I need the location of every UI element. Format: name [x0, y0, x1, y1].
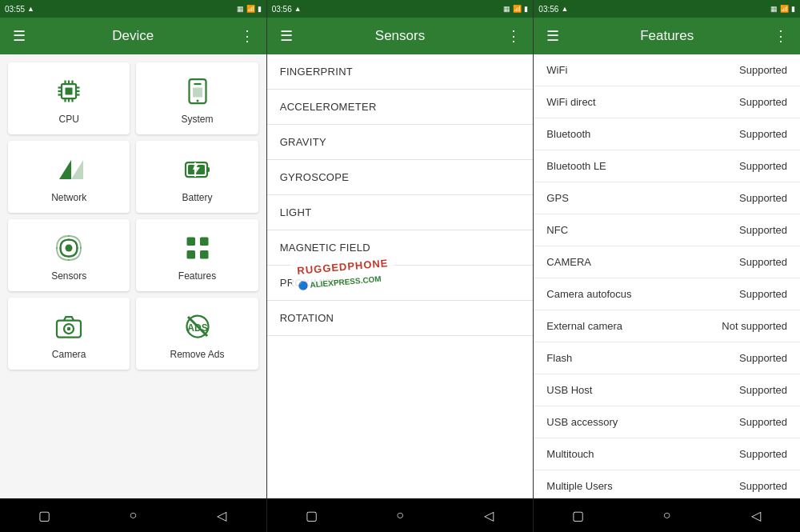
feature-name-bluetooth: Bluetooth	[546, 128, 590, 140]
nav-triangle-1[interactable]: ◁	[210, 508, 234, 523]
svg-marker-19	[71, 160, 83, 179]
feature-value-flash: Supported	[739, 352, 787, 364]
feature-bluetooth[interactable]: Bluetooth Supported	[534, 118, 800, 150]
sensor-accelerometer[interactable]: ACCELEROMETER	[267, 90, 534, 125]
battery-label: Battery	[182, 192, 213, 203]
cpu-item[interactable]: CPU	[8, 62, 130, 134]
app-bar-2: ☰ Sensors ⋮	[267, 18, 534, 54]
sensors-icon	[53, 232, 85, 264]
svg-rect-26	[186, 238, 195, 246]
feature-wifi-direct[interactable]: WiFi direct Supported	[534, 86, 800, 118]
feature-value-usb-host: Supported	[739, 384, 787, 396]
menu-icon-2[interactable]: ☰	[277, 27, 296, 45]
battery-item[interactable]: Battery	[136, 141, 258, 213]
feature-gps[interactable]: GPS Supported	[534, 182, 800, 214]
svg-point-17	[196, 100, 198, 102]
sensors-item[interactable]: Sensors	[8, 219, 130, 291]
features-label: Features	[178, 270, 216, 282]
feature-value-gps: Supported	[739, 192, 787, 204]
sensor-proximity[interactable]: PROXIMITY	[267, 266, 534, 301]
nav-circle-1[interactable]: ○	[121, 508, 145, 522]
status-left-2: 03:56 ▲	[272, 5, 302, 14]
nav-square-3[interactable]: ▢	[566, 508, 590, 523]
svg-rect-29	[200, 250, 209, 259]
feature-name-external-camera: External camera	[546, 320, 622, 332]
camera-item[interactable]: Camera	[8, 298, 130, 370]
menu-icon-3[interactable]: ☰	[543, 27, 562, 45]
notif-icon-3: ▦	[770, 5, 778, 13]
sensor-magnetic-field[interactable]: MAGNETIC FIELD	[267, 230, 534, 266]
status-left-1: 03:55 ▲	[5, 5, 34, 14]
system-label: System	[182, 114, 214, 125]
status-right-3: ▦ 📶 ▮	[770, 5, 795, 13]
device-screen: 03:55 ▲ ▦ 📶 ▮ ☰ Device ⋮	[0, 0, 267, 498]
sensor-fingerprint[interactable]: FINGERPRINT	[267, 54, 534, 90]
sensor-rotation[interactable]: ROTATION	[267, 301, 534, 336]
removeads-icon: ADS	[182, 310, 214, 342]
grid-row-1: CPU System	[8, 62, 258, 134]
more-icon-1[interactable]: ⋮	[238, 27, 257, 45]
feature-value-multiple-users: Supported	[739, 480, 787, 492]
feature-camera-autofocus[interactable]: Camera autofocus Supported	[534, 278, 800, 310]
sensor-gravity[interactable]: GRAVITY	[267, 125, 534, 160]
sensor-light[interactable]: LIGHT	[267, 195, 534, 230]
feature-name-camera-autofocus: Camera autofocus	[546, 288, 631, 300]
feature-name-gps: GPS	[546, 192, 568, 204]
camera-icon	[53, 310, 85, 342]
menu-icon-1[interactable]: ☰	[10, 27, 29, 45]
feature-nfc[interactable]: NFC Supported	[534, 214, 800, 246]
feature-multitouch[interactable]: Multitouch Supported	[534, 438, 800, 470]
removeads-item[interactable]: ADS Remove Ads	[136, 298, 258, 370]
feature-name-bluetooth-le: Bluetooth LE	[546, 160, 606, 172]
status-bar-1: 03:55 ▲ ▦ 📶 ▮	[0, 0, 266, 18]
system-item[interactable]: System	[136, 62, 258, 134]
feature-bluetooth-le[interactable]: Bluetooth LE Supported	[534, 150, 800, 182]
feature-value-camera: Supported	[739, 256, 787, 268]
nav-triangle-3[interactable]: ◁	[744, 508, 768, 523]
feature-usb-host[interactable]: USB Host Supported	[534, 374, 800, 406]
feature-wifi[interactable]: WiFi Supported	[534, 54, 800, 86]
network-label: Network	[51, 192, 86, 203]
device-grid: CPU System	[0, 54, 266, 498]
nav-bar-3: ▢ ○ ◁	[534, 498, 800, 532]
feature-usb-accessory[interactable]: USB accessory Supported	[534, 406, 800, 438]
feature-flash[interactable]: Flash Supported	[534, 342, 800, 374]
grid-row-4: Camera ADS Remove Ads	[8, 298, 258, 370]
feature-name-wifi: WiFi	[546, 64, 567, 76]
feature-multiple-users[interactable]: Multiple Users Supported	[534, 470, 800, 498]
feature-value-camera-autofocus: Supported	[739, 288, 787, 300]
svg-point-25	[66, 245, 73, 252]
more-icon-2[interactable]: ⋮	[504, 27, 523, 45]
feature-name-usb-host: USB Host	[546, 384, 592, 396]
nav-square-2[interactable]: ▢	[299, 508, 323, 523]
system-icon	[182, 75, 214, 107]
network-item[interactable]: Network	[8, 141, 130, 213]
notification-icon-1: ▦	[237, 5, 244, 13]
nav-circle-3[interactable]: ○	[655, 508, 679, 522]
app-title-2: Sensors	[304, 28, 497, 44]
nav-circle-2[interactable]: ○	[388, 508, 412, 522]
feature-camera[interactable]: CAMERA Supported	[534, 246, 800, 278]
feature-value-bluetooth: Supported	[739, 128, 787, 140]
feature-name-multiple-users: Multiple Users	[546, 480, 612, 492]
sensor-gyroscope[interactable]: GYROSCOPE	[267, 160, 534, 195]
features-item[interactable]: Features	[136, 219, 258, 291]
more-icon-3[interactable]: ⋮	[771, 27, 790, 45]
grid-row-2: Network Battery	[8, 141, 258, 213]
network-icon	[53, 154, 85, 186]
svg-rect-16	[193, 88, 202, 98]
removeads-label: Remove Ads	[170, 349, 224, 360]
svg-rect-28	[186, 250, 195, 259]
cpu-label: CPU	[59, 114, 79, 125]
time-1: 03:55	[5, 5, 25, 14]
feature-value-wifi-direct: Supported	[739, 96, 787, 108]
nav-triangle-2[interactable]: ◁	[477, 508, 501, 523]
notif-icon-2: ▦	[503, 5, 510, 13]
nav-bar-1: ▢ ○ ◁	[0, 498, 267, 532]
svg-marker-18	[59, 160, 71, 179]
sensors-label: Sensors	[51, 270, 86, 282]
feature-name-wifi-direct: WiFi direct	[546, 96, 595, 108]
feature-external-camera[interactable]: External camera Not supported	[534, 310, 800, 342]
app-bar-1: ☰ Device ⋮	[0, 18, 266, 54]
nav-square-1[interactable]: ▢	[32, 508, 56, 523]
